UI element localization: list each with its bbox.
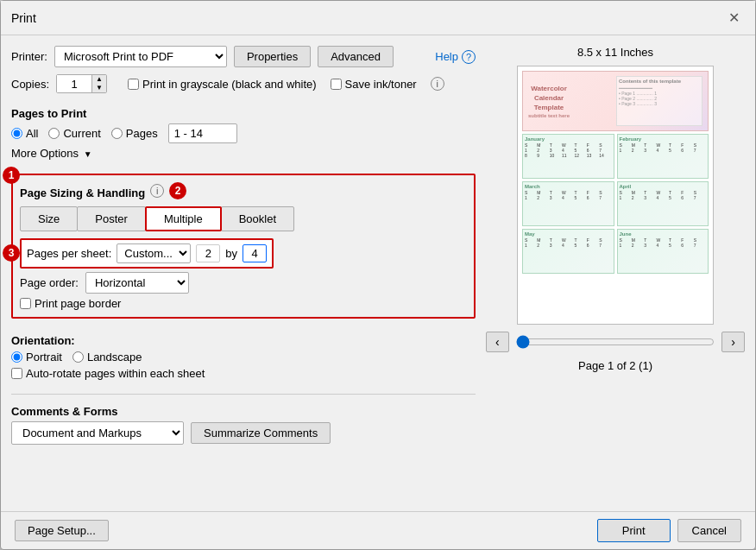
- border-label: Print page border: [35, 297, 121, 310]
- poster-tab[interactable]: Poster: [77, 206, 146, 231]
- portrait-radio-item[interactable]: Portrait: [11, 351, 62, 364]
- all-radio-item[interactable]: All: [11, 127, 38, 140]
- orientation-header: Orientation:: [11, 334, 476, 347]
- checkbox-group: Print in grayscale (black and white) Sav…: [128, 77, 444, 91]
- comments-forms-section: Comments & Forms Document and Markups Su…: [11, 394, 476, 445]
- portrait-radio[interactable]: [11, 351, 22, 363]
- summarize-comments-button[interactable]: Summarize Comments: [191, 422, 331, 444]
- copies-input[interactable]: [57, 75, 91, 92]
- auto-rotate-checkbox-item[interactable]: Auto-rotate pages within each sheet: [11, 367, 476, 380]
- print-button[interactable]: Print: [597, 519, 671, 542]
- preview-cell-apr: April SMTWTFS 1234567: [617, 181, 709, 226]
- page-slider[interactable]: [516, 335, 715, 349]
- help-icon: ?: [462, 50, 476, 64]
- footer-right: Print Cancel: [597, 519, 741, 542]
- preview-content-block: Contents of this template ━━━━━━━━━━━━━ …: [616, 76, 702, 126]
- page-sizing-info-icon: i: [150, 184, 164, 198]
- auto-rotate-row: Auto-rotate pages within each sheet: [11, 367, 476, 380]
- preview-title-block: Watercolor Calendar Template subtitle te…: [528, 85, 570, 118]
- page-info: Page 1 of 2 (1): [578, 359, 652, 372]
- preview-cell-jun: June SMTWTFS 1234567: [617, 229, 709, 274]
- multiple-tab[interactable]: Multiple: [145, 206, 222, 231]
- portrait-label: Portrait: [26, 351, 62, 364]
- prev-page-button[interactable]: ‹: [486, 332, 509, 352]
- pages-radio[interactable]: [111, 128, 123, 139]
- border-checkbox-item[interactable]: Print page border: [20, 297, 467, 310]
- expand-arrow-icon: ▼: [84, 149, 92, 159]
- preview-cell-jan: January SMTWTFS 1234567 891011121314: [522, 134, 614, 179]
- pages-to-print-section: Pages to Print All Current Pages: [11, 104, 476, 160]
- size-tab[interactable]: Size: [20, 206, 78, 231]
- properties-button[interactable]: Properties: [234, 46, 311, 67]
- more-options-label: More Options: [11, 147, 79, 160]
- save-ink-checkbox-item[interactable]: Save ink/toner: [331, 78, 417, 91]
- all-radio[interactable]: [11, 128, 22, 139]
- close-button[interactable]: ✕: [723, 8, 745, 28]
- landscape-label: Landscape: [87, 351, 142, 364]
- auto-rotate-label: Auto-rotate pages within each sheet: [26, 367, 205, 380]
- comments-select[interactable]: Document and Markups: [11, 421, 184, 445]
- grayscale-checkbox-item[interactable]: Print in grayscale (black and white): [128, 78, 317, 91]
- pps-box: Pages per sheet: Custom... by: [20, 238, 274, 269]
- current-radio[interactable]: [48, 128, 60, 139]
- pages-row: All Current Pages: [11, 123, 476, 143]
- border-checkbox[interactable]: [20, 298, 31, 309]
- preview-cell-feb: February SMTWTFS 1234567: [617, 134, 709, 179]
- preview-row3: May SMTWTFS 1234567 June SMTWTFS 1234567: [522, 229, 709, 274]
- copies-spinner: ▲ ▼: [91, 75, 106, 92]
- more-options-toggle[interactable]: More Options ▼: [11, 147, 92, 160]
- auto-rotate-checkbox[interactable]: [11, 368, 22, 379]
- copies-up-button[interactable]: ▲: [92, 75, 106, 84]
- order-select[interactable]: Horizontal: [85, 272, 189, 294]
- copies-row: Copies: ▲ ▼ Print in grayscale (black an…: [11, 74, 476, 93]
- page-sizing-label: Page Sizing & Handling: [20, 186, 145, 199]
- tab-row: Size Poster Multiple Booklet: [20, 206, 467, 231]
- page-setup-button[interactable]: Page Setup...: [15, 520, 109, 541]
- pps-value1-input[interactable]: [196, 244, 220, 262]
- copies-label: Copies:: [11, 78, 49, 91]
- preview-header-row: Watercolor Calendar Template subtitle te…: [522, 71, 709, 131]
- printer-row: Printer: Microsoft Print to PDF Properti…: [11, 46, 476, 67]
- orientation-section: Orientation: Portrait Landscape Auto-rot…: [11, 331, 476, 380]
- advanced-button[interactable]: Advanced: [318, 46, 394, 67]
- pages-section-header: Pages to Print: [11, 107, 476, 120]
- grayscale-checkbox[interactable]: [128, 79, 139, 90]
- preview-page: Watercolor Calendar Template subtitle te…: [517, 66, 714, 325]
- help-link[interactable]: Help ?: [435, 50, 476, 64]
- badge-1: 1: [3, 167, 20, 184]
- page-sizing-section: 1 Page Sizing & Handling i 2 Size Poster…: [11, 174, 476, 319]
- next-page-button[interactable]: ›: [721, 332, 745, 352]
- orientation-row: Portrait Landscape: [11, 351, 476, 364]
- pps-select[interactable]: Custom...: [117, 243, 191, 263]
- pages-label: Pages: [126, 127, 158, 140]
- all-label: All: [26, 127, 38, 140]
- left-panel: Printer: Microsoft Print to PDF Properti…: [11, 46, 476, 501]
- right-panel: 8.5 x 11 Inches Watercolor Calendar Temp…: [486, 46, 745, 501]
- preview-cell-mar: March SMTWTFS 1234567: [522, 181, 614, 226]
- comments-row: Document and Markups Summarize Comments: [11, 421, 476, 445]
- comments-header: Comments & Forms: [11, 405, 476, 418]
- preview-nav: ‹ ›: [486, 332, 745, 352]
- landscape-radio-item[interactable]: Landscape: [72, 351, 142, 364]
- booklet-tab[interactable]: Booklet: [221, 206, 294, 231]
- pages-input[interactable]: [168, 123, 237, 143]
- cancel-button[interactable]: Cancel: [677, 519, 741, 542]
- printer-select[interactable]: Microsoft Print to PDF: [54, 46, 227, 67]
- pps-by-label: by: [225, 247, 237, 260]
- pps-label: Pages per sheet:: [27, 247, 111, 260]
- copies-down-button[interactable]: ▼: [92, 84, 106, 92]
- copies-input-wrap: ▲ ▼: [56, 74, 107, 93]
- title-bar: Print ✕: [1, 1, 755, 35]
- preview-row1: January SMTWTFS 1234567 891011121314 Feb…: [522, 134, 709, 179]
- border-checkbox-row: Print page border: [20, 297, 467, 310]
- preview-size-label: 8.5 x 11 Inches: [577, 46, 653, 59]
- pages-radio-item[interactable]: Pages: [111, 127, 158, 140]
- pps-value2-input[interactable]: [243, 244, 267, 262]
- badge-2: 2: [169, 182, 186, 199]
- save-ink-checkbox[interactable]: [331, 79, 342, 90]
- current-label: Current: [63, 127, 100, 140]
- preview-row2: March SMTWTFS 1234567 April SMTWTFS 1234…: [522, 181, 709, 226]
- landscape-radio[interactable]: [72, 351, 84, 363]
- page-order-row: Page order: Horizontal: [20, 272, 467, 294]
- current-radio-item[interactable]: Current: [48, 127, 100, 140]
